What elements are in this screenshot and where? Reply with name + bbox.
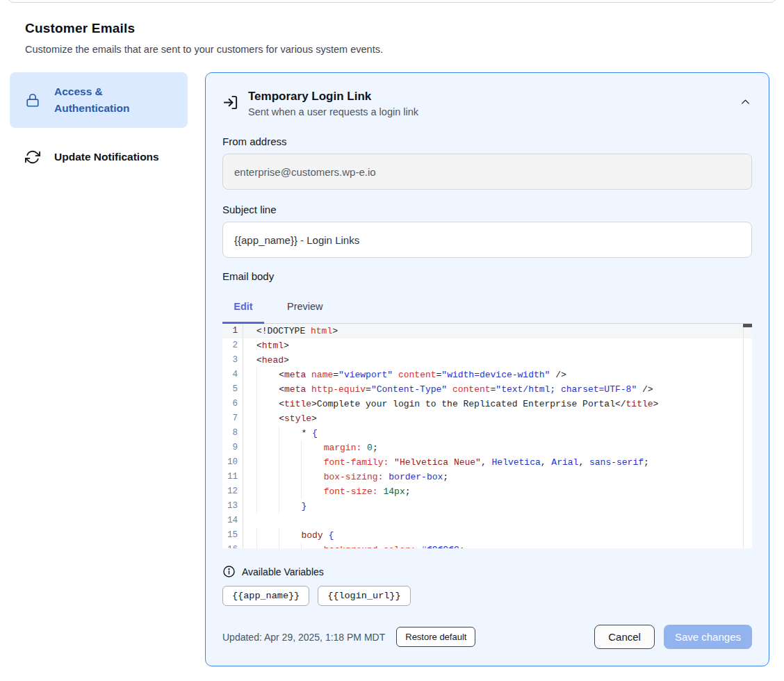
code-line[interactable]: 9 margin: 0;: [222, 441, 752, 455]
restore-default-button[interactable]: Restore default: [396, 627, 475, 647]
panel-header-text: Temporary Login Link Sent when a user re…: [248, 90, 418, 117]
line-number: 11: [222, 470, 243, 484]
code-line[interactable]: 13 }: [222, 499, 752, 514]
sidebar-item-access-authentication[interactable]: Access & Authentication: [10, 72, 188, 128]
cancel-button[interactable]: Cancel: [594, 625, 655, 649]
active-tab-underline: [222, 322, 264, 324]
code-line[interactable]: 3<head>: [222, 353, 752, 368]
code-line[interactable]: 14: [222, 514, 752, 528]
available-variables-header: Available Variables: [222, 565, 752, 578]
available-variables-label: Available Variables: [242, 566, 324, 577]
subject-line-label: Subject line: [222, 204, 752, 215]
code-line[interactable]: 11 box-sizing: border-box;: [222, 470, 752, 484]
code-line[interactable]: 10 font-family: "Helvetica Neue", Helvet…: [222, 455, 752, 470]
login-icon: [222, 95, 238, 110]
sidebar-item-update-notifications[interactable]: Update Notifications: [10, 140, 188, 174]
tab-edit[interactable]: Edit: [222, 294, 264, 322]
page-title: Customer Emails: [25, 21, 759, 36]
code-line[interactable]: 8 * {: [222, 426, 752, 441]
code-editor-lines: 1<!DOCTYPE html>2<html>3<head>4 <meta na…: [222, 324, 752, 548]
sidebar: Access & Authentication Update Notificat…: [10, 72, 188, 174]
page-description: Customize the emails that are sent to yo…: [25, 44, 759, 55]
code-line[interactable]: 1<!DOCTYPE html>: [222, 324, 752, 338]
line-number: 14: [222, 514, 243, 528]
code-editor[interactable]: 1<!DOCTYPE html>2<html>3<head>4 <meta na…: [222, 323, 752, 548]
line-number: 13: [222, 499, 243, 514]
code-line[interactable]: 7 <style>: [222, 411, 752, 426]
info-icon: [222, 565, 236, 578]
line-number: 12: [222, 484, 243, 499]
email-settings-panel: Temporary Login Link Sent when a user re…: [205, 72, 769, 666]
code-line[interactable]: 12 font-size: 14px;: [222, 484, 752, 499]
code-line[interactable]: 4 <meta name="viewport" content="width=d…: [222, 368, 752, 382]
page-header: Customer Emails Customize the emails tha…: [25, 21, 759, 55]
updated-timestamp: Updated: Apr 29, 2025, 1:18 PM MDT: [222, 632, 385, 643]
refresh-icon: [25, 149, 40, 165]
code-line[interactable]: 16 background-color: #f9f9f9;: [222, 543, 752, 548]
line-number: 8: [222, 426, 243, 441]
line-number: 3: [222, 353, 243, 368]
chevron-up-icon: [739, 95, 752, 108]
panel-subtitle: Sent when a user requests a login link: [248, 106, 418, 117]
variable-chip-login-url[interactable]: {{login_url}}: [318, 586, 410, 606]
panel-footer: Updated: Apr 29, 2025, 1:18 PM MDT Resto…: [222, 625, 752, 649]
line-number: 7: [222, 411, 243, 426]
line-number: 2: [222, 338, 243, 353]
line-number: 10: [222, 455, 243, 470]
variable-chips: {{app_name}} {{login_url}}: [222, 586, 752, 606]
save-changes-button[interactable]: Save changes: [664, 625, 752, 649]
collapse-button[interactable]: [739, 95, 752, 108]
footer-actions: Cancel Save changes: [594, 625, 752, 649]
card-above-bottom-edge: [7, 0, 777, 3]
editor-wrapper: 1<!DOCTYPE html>2<html>3<head>4 <meta na…: [222, 323, 752, 548]
line-number: 15: [222, 528, 243, 543]
from-address-input[interactable]: [222, 154, 752, 190]
lock-icon: [25, 92, 40, 108]
content-layout: Access & Authentication Update Notificat…: [0, 72, 784, 666]
panel-title: Temporary Login Link: [248, 90, 418, 104]
line-number: 4: [222, 368, 243, 382]
email-body-label: Email body: [222, 270, 752, 282]
from-address-label: From address: [222, 136, 752, 147]
code-line[interactable]: 15 body {: [222, 528, 752, 543]
code-line[interactable]: 6 <title>Complete your login to the Repl…: [222, 397, 752, 411]
subject-line-input[interactable]: [222, 222, 752, 258]
code-line[interactable]: 5 <meta http-equiv="Content-Type" conten…: [222, 382, 752, 397]
editor-scrollbar-thumb[interactable]: [743, 324, 752, 327]
editor-tabs: Edit Preview: [222, 294, 752, 322]
line-number: 1: [222, 324, 243, 338]
sidebar-item-label: Access & Authentication: [54, 83, 174, 117]
line-number: 6: [222, 397, 243, 411]
line-number: 9: [222, 441, 243, 455]
line-number: 16: [222, 543, 243, 548]
tab-preview[interactable]: Preview: [281, 294, 329, 322]
line-number: 5: [222, 382, 243, 397]
code-line[interactable]: 2<html>: [222, 338, 752, 353]
panel-header: Temporary Login Link Sent when a user re…: [222, 90, 752, 117]
editor-scrollbar[interactable]: [743, 324, 752, 548]
sidebar-item-label: Update Notifications: [54, 151, 159, 163]
variable-chip-app-name[interactable]: {{app_name}}: [222, 586, 309, 606]
